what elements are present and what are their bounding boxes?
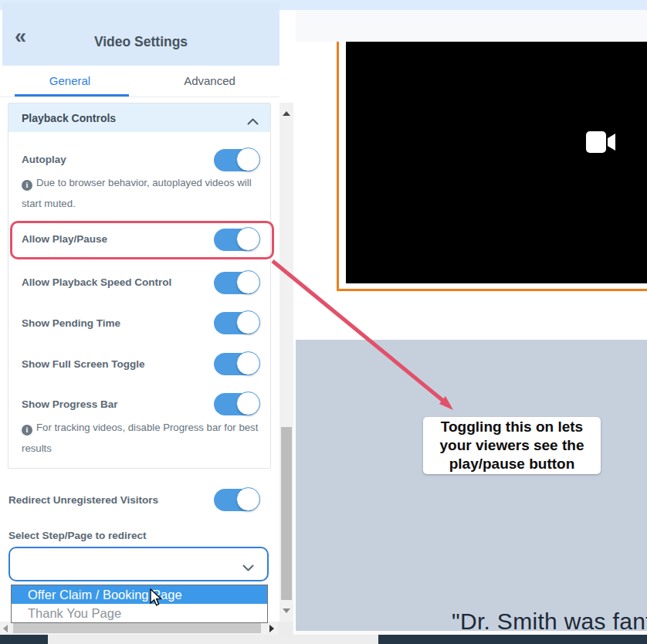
redirect-visitors-label: Redirect Unregistered Visitors [8, 494, 158, 506]
horizontal-scrollbar[interactable] [0, 622, 278, 635]
redirect-step-select[interactable] [8, 547, 269, 581]
scroll-up-icon[interactable] [283, 111, 290, 116]
playback-speed-toggle[interactable] [214, 272, 259, 294]
full-screen-label: Show Full Screen Toggle [22, 358, 145, 370]
pending-time-label: Show Pending Time [22, 317, 120, 329]
autoplay-label: Autoplay [22, 154, 66, 165]
bottom-bar-left [0, 635, 48, 644]
preview-gray-section [296, 340, 647, 631]
tab-advanced[interactable]: Advanced [140, 66, 279, 96]
info-icon: i [22, 425, 32, 436]
progress-bar-toggle[interactable] [214, 393, 259, 415]
autoplay-toggle[interactable] [214, 149, 259, 171]
pending-time-toggle[interactable] [214, 312, 259, 334]
panel-header: « Video Settings [2, 3, 279, 66]
preview-top-band [296, 10, 647, 42]
vertical-scrollbar-thumb[interactable] [281, 427, 292, 600]
select-step-label: Select Step/Page to redirect [8, 530, 147, 541]
annotation-tooltip: Toggling this on lets your viewers see t… [423, 417, 601, 474]
section-title: Playback Controls [22, 112, 116, 124]
option-thank-you-page[interactable]: Thank You Page [12, 604, 267, 622]
mouse-cursor-icon [149, 588, 163, 611]
chevron-up-icon[interactable] [247, 114, 259, 128]
progress-bar-info: iFor tracking videos, disable Progress b… [22, 417, 264, 459]
full-screen-toggle[interactable] [214, 353, 259, 375]
autoplay-info: iDue to browser behavior, autoplayed vid… [22, 172, 264, 214]
chevron-down-icon [242, 561, 254, 575]
scroll-right-icon[interactable] [269, 625, 274, 632]
redirect-visitors-toggle[interactable] [214, 489, 259, 511]
allow-play-pause-label: Allow Play/Pause [22, 233, 107, 245]
tab-general[interactable]: General [0, 66, 140, 96]
vertical-scrollbar[interactable] [279, 103, 293, 622]
scroll-left-icon[interactable] [3, 625, 8, 632]
active-tab-underline [15, 94, 129, 97]
option-offer-claim-booking-page[interactable]: Offer Claim / Booking Page [12, 585, 267, 604]
select-option-list: Offer Claim / Booking Page Thank You Pag… [11, 585, 268, 623]
panel-title: Video Settings [2, 34, 279, 50]
scroll-down-icon[interactable] [283, 608, 290, 613]
info-icon: i [22, 180, 32, 191]
bottom-bar-middle [48, 635, 378, 644]
progress-bar-label: Show Progress Bar [22, 398, 118, 410]
allow-play-pause-toggle[interactable] [214, 229, 259, 251]
playback-controls-section-header[interactable]: Playback Controls [8, 103, 270, 132]
horizontal-scrollbar-thumb[interactable] [13, 623, 261, 633]
scrollbar-corner [278, 622, 293, 635]
bottom-bar-right [378, 635, 647, 644]
video-player[interactable] [346, 42, 647, 283]
video-camera-icon [585, 130, 618, 157]
playback-speed-label: Allow Playback Speed Control [22, 276, 171, 288]
app-screen: « Video Settings General Advanced Playba… [0, 0, 647, 644]
tabs-row: General Advanced [0, 66, 279, 97]
